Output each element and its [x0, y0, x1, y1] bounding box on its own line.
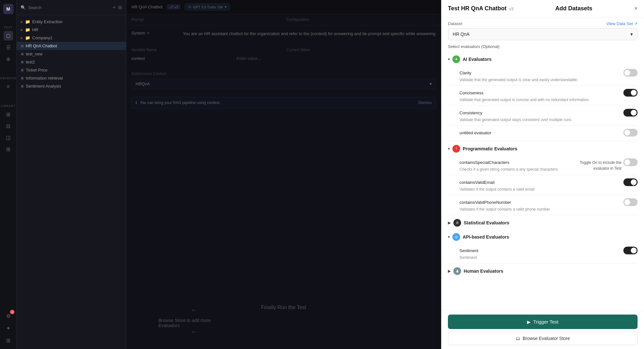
evaluator-valid-phone-name: containsValidPhoneNumber: [459, 200, 511, 205]
dismiss-button[interactable]: Dismiss: [418, 100, 432, 105]
tooltip-down-arrow: ↓: [632, 180, 635, 188]
consistency-toggle[interactable]: [623, 109, 638, 117]
evaluator-sentiment-header: Sentiment: [459, 247, 638, 254]
statistical-group-label: Statistical Evaluators: [464, 220, 509, 225]
nav-test-icon[interactable]: ⬡: [4, 31, 13, 41]
sentiment-toggle-slider: [623, 247, 638, 254]
arrow-left-2: ←: [191, 328, 197, 335]
evaluator-clarity-name: Clarity: [459, 71, 471, 75]
sidebar-item-information-retrieval[interactable]: ▣ Information retrieval: [17, 74, 126, 82]
api-group-icon: ◎: [452, 233, 460, 241]
sidebar-item-sentiment-analysis[interactable]: ▣ Sentiment Analysis: [17, 82, 126, 90]
evaluator-sentiment-name: Sentiment: [459, 248, 478, 253]
nav-library-icon-1[interactable]: ⊞: [3, 109, 13, 119]
sidebar-item-ticket-price[interactable]: ▣ Ticket Price: [17, 66, 126, 74]
panel-close-button[interactable]: ×: [634, 5, 638, 12]
evaluator-consistency-header: Consistency: [459, 109, 638, 117]
consistency-desc: Validate that generated output stays con…: [459, 118, 638, 122]
conciseness-toggle-slider: [623, 89, 638, 97]
system-label[interactable]: System ▾: [131, 31, 183, 35]
sidebar-item-test-new[interactable]: ▣ test_new: [17, 50, 126, 58]
sentiment-toggle[interactable]: [623, 247, 638, 254]
sidebar-item-entity-extraction[interactable]: ▶ 📁 Entity Extraction: [17, 18, 126, 26]
search-icon: 🔍: [21, 5, 26, 10]
evaluator-conciseness-header: Conciseness: [459, 89, 638, 97]
sidebar-search-area: 🔍 + ⊞: [17, 0, 126, 15]
human-group-header[interactable]: ▶ ♟ Human Evaluators: [448, 265, 638, 278]
nav-icon-1[interactable]: ☰: [4, 42, 13, 52]
main-content: HR QnA Chatbot ⎇ v3 ⊙ GPT 3.5 Turbo 16k …: [126, 0, 441, 349]
programmatic-group-label: Programmatic Evaluators: [463, 146, 517, 151]
right-panel: Test HR QnA Chatbot v3 Add Datasets × Da…: [441, 0, 644, 349]
var-value-input[interactable]: [236, 56, 436, 61]
notification-icon[interactable]: ⚙ 3: [4, 311, 13, 321]
nav-library-icon-2[interactable]: ⊟: [3, 121, 13, 131]
clarity-toggle[interactable]: [623, 69, 638, 77]
grid-icon[interactable]: ⊞: [4, 335, 13, 345]
datasource-label: DataSource Context: [131, 71, 436, 76]
app-logo: M: [3, 4, 14, 14]
trigger-test-button[interactable]: ▶ Trigger Test: [448, 315, 638, 329]
dataset-select[interactable]: HR QnA ▾: [448, 28, 638, 40]
programmatic-group-icon: !: [452, 145, 460, 153]
human-group-icon: ♟: [453, 267, 461, 275]
search-input[interactable]: [28, 5, 110, 10]
branch-icon: ⎇: [169, 5, 173, 9]
valid-email-desc: Validates if the output contains a valid…: [459, 187, 638, 192]
info-banner: ℹ You can bring your RAG pipeline using …: [131, 97, 436, 108]
view-data-link[interactable]: View Data Set ↗: [606, 21, 638, 26]
system-row: System ▾ You are an HR assistant chatbot…: [126, 25, 441, 42]
dataset-label: Dataset: [448, 21, 462, 26]
icon-sidebar: M TEST ⬡ ☰ ⊕ OBSERVE ≡ LIBRARY ⊞ ⊟ ◫ ⊞ ⚙…: [0, 0, 17, 349]
sparkle-icon[interactable]: ✦: [4, 323, 13, 333]
untitled-toggle-slider: [623, 129, 638, 137]
nav-observe-icon[interactable]: ≡: [3, 82, 13, 91]
browse-store-hint: Browse Store to add more Evaluators: [158, 318, 211, 328]
nav-library-icon-3[interactable]: ◫: [3, 133, 13, 142]
valid-phone-desc: Validates if the output contains a valid…: [459, 207, 638, 212]
evaluator-special-chars-name: containsSpecialCharacters: [459, 160, 509, 165]
untitled-toggle[interactable]: [623, 129, 638, 137]
special-chars-toggle[interactable]: [623, 158, 638, 166]
config-col-header: Configuration: [286, 17, 436, 22]
chevron-icon: ▶: [21, 20, 23, 24]
chevron-icon: ▶: [448, 221, 451, 225]
programmatic-group-header[interactable]: ▾ ! Programmatic Evaluators: [448, 142, 638, 155]
sidebar-item-hr-qna-chatbot[interactable]: ▣ HR QnA Chatbot: [17, 42, 126, 50]
tooltip-box: Toggle On to include the evaluator in Te…: [564, 160, 621, 171]
sidebar-item-test2[interactable]: ▣ test2: [17, 58, 126, 66]
ai-group-header[interactable]: ▾ ✦ AI Evaluators: [448, 53, 638, 66]
browse-evaluator-store-button[interactable]: 🗂 Browse Evaluator Store: [448, 332, 638, 345]
nav-library-icon-4[interactable]: ⊞: [3, 144, 13, 154]
finally-run-label: Finally Run the Test: [261, 305, 306, 310]
chevron-down-icon: ▾: [147, 31, 149, 35]
statistical-group-header[interactable]: ▶ # Statistical Evaluators: [448, 216, 638, 229]
chevron-icon: ▶: [21, 36, 23, 40]
nav-icon-2[interactable]: ⊕: [4, 54, 13, 64]
sidebar-item-hr[interactable]: ▶ 📁 HR: [17, 26, 126, 34]
evaluator-group-statistical: ▶ # Statistical Evaluators: [448, 216, 638, 229]
evaluator-valid-email-header: containsValidEmail: [459, 178, 638, 186]
layout-icon[interactable]: ⊞: [118, 5, 122, 10]
sidebar-item-company1[interactable]: ▶ 📁 Company1: [17, 34, 126, 42]
panel-title: Test HR QnA Chatbot: [448, 5, 507, 12]
panel-action-title: Add Datasets: [555, 5, 592, 12]
var-name: context: [131, 56, 231, 61]
add-icon[interactable]: +: [113, 5, 116, 10]
datasource-select[interactable]: HRQnA ▾: [131, 79, 436, 89]
clarity-desc: Validate that the generated output is cl…: [459, 78, 638, 82]
sentiment-desc: Sentiment: [459, 255, 638, 260]
valid-email-toggle[interactable]: [623, 178, 638, 186]
evaluators-section: Select evaluators (Optional) ▾ ✦ AI Eval…: [441, 44, 644, 310]
content-area: Prompt Configuration System ▾ You are an…: [126, 14, 441, 349]
api-group-header[interactable]: ▾ ◎ API-based Evaluators: [448, 231, 638, 243]
evaluator-untitled: untitled evaluator: [448, 126, 638, 141]
valid-phone-toggle[interactable]: [623, 198, 638, 206]
evaluator-group-api: ▾ ◎ API-based Evaluators Sentiment Senti…: [448, 231, 638, 263]
evaluator-valid-email: containsValidEmail Validates if the outp…: [448, 175, 638, 195]
api-group-label: API-based Evaluators: [463, 234, 509, 240]
ai-group-label: AI Evaluators: [463, 57, 491, 62]
evaluator-untitled-name: untitled evaluator: [459, 130, 491, 135]
ai-group-icon: ✦: [452, 55, 460, 63]
conciseness-toggle[interactable]: [623, 89, 638, 97]
